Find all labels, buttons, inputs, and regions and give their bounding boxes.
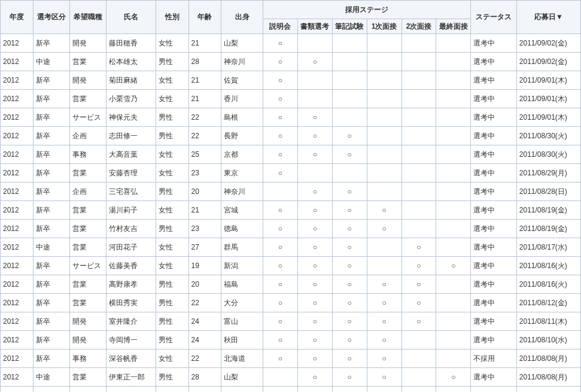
table-row[interactable]: 2012新卒営業竹村友吉男性23徳島○○○○選考中2011/08/19(金) bbox=[1, 220, 581, 238]
cell-type: 新卒 bbox=[33, 145, 69, 164]
cell-gender: 男性 bbox=[156, 53, 188, 71]
header-stage-0[interactable]: 説明会 bbox=[263, 19, 298, 34]
cell-type: 新卒 bbox=[33, 34, 69, 53]
cell-stage-4 bbox=[401, 145, 436, 164]
cell-age: 22 bbox=[188, 350, 221, 368]
cell-stage-3 bbox=[367, 53, 401, 71]
cell-year: 2012 bbox=[1, 387, 34, 393]
cell-origin: 島根 bbox=[221, 108, 263, 127]
header-year[interactable]: 年度 bbox=[1, 1, 34, 34]
table-row[interactable]: 2012中途営業伊東正一郎男性28山梨○○○○選考中2011/08/08(月) bbox=[1, 368, 581, 387]
cell-stage-2: ○ bbox=[332, 201, 367, 220]
cell-name: 三宅喜弘 bbox=[106, 183, 156, 201]
cell-job: 営業 bbox=[69, 201, 106, 220]
table-header: 年度 選考区分 希望職種 氏名 性別 年齢 出身 採用ステージ ステータス 応募… bbox=[1, 1, 581, 34]
cell-stage-2: ○ bbox=[332, 387, 367, 393]
cell-stage-2: ○ bbox=[332, 257, 367, 275]
cell-age: 22 bbox=[188, 294, 221, 312]
cell-stage-3: ○ bbox=[367, 201, 401, 220]
table-row[interactable]: 2012中途営業河田花子女性27群馬○○○○選考中2011/08/17(水) bbox=[1, 238, 581, 257]
header-type[interactable]: 選考区分 bbox=[33, 1, 69, 34]
table-row[interactable]: 2012新卒開発寺岡博一男性24秋田○○○○選考中2011/08/10(水) bbox=[1, 331, 581, 350]
cell-stage-4 bbox=[401, 53, 436, 71]
cell-stage-5 bbox=[436, 34, 471, 53]
table-row[interactable]: 2012新卒開発菊田麻緒女性21佐賀○選考中2011/09/01(木) bbox=[1, 71, 581, 90]
cell-type: 中途 bbox=[33, 368, 69, 387]
cell-type: 新卒 bbox=[33, 90, 69, 108]
cell-gender: 男性 bbox=[156, 183, 188, 201]
header-age[interactable]: 年齢 bbox=[188, 1, 221, 34]
cell-type: 新卒 bbox=[33, 257, 69, 275]
cell-job: 開発 bbox=[69, 34, 106, 53]
cell-origin: 佐賀 bbox=[221, 71, 263, 90]
table-row[interactable]: 2012新卒営業安藤杏理女性23東京○選考中2011/08/29(月) bbox=[1, 164, 581, 183]
table-row[interactable]: 2012新卒企画志田修一男性22長野○○○選考中2011/08/30(火) bbox=[1, 127, 581, 145]
table-row[interactable]: 2012新卒事務大高音葉女性25京都○○○選考中2011/08/30(火) bbox=[1, 145, 581, 164]
table-row[interactable]: 2012新卒サービス神保元夫男性22島根○○選考中2011/09/01(木) bbox=[1, 108, 581, 127]
cell-stage-5 bbox=[436, 238, 471, 257]
table-row[interactable]: 2012新卒営業坂本太郎男性21奈良○○○○選考中2011/08/03(水) bbox=[1, 387, 581, 393]
header-stage-3[interactable]: 1次面接 bbox=[367, 19, 401, 34]
cell-stage-0: ○ bbox=[263, 108, 298, 127]
cell-age: 19 bbox=[188, 257, 221, 275]
cell-stage-5: ○ bbox=[436, 257, 471, 275]
header-date[interactable]: 応募日▼ bbox=[516, 1, 580, 34]
cell-stage-0: ○ bbox=[263, 145, 298, 164]
table-row[interactable]: 2012新卒営業小栗雪乃女性21香川○選考中2011/09/01(木) bbox=[1, 90, 581, 108]
cell-status: 選考中 bbox=[471, 34, 516, 53]
cell-job: 営業 bbox=[69, 220, 106, 238]
cell-stage-4 bbox=[401, 164, 436, 183]
cell-age: 21 bbox=[188, 387, 221, 393]
cell-status: 選考中 bbox=[471, 387, 516, 393]
table-row[interactable]: 2012新卒企画三宅喜弘男性20神奈川○○選考中2011/08/28(日) bbox=[1, 183, 581, 201]
cell-stage-0: ○ bbox=[263, 53, 298, 71]
cell-stage-3: ○ bbox=[367, 387, 401, 393]
header-origin[interactable]: 出身 bbox=[221, 1, 263, 34]
table-row[interactable]: 2012新卒営業湯川莉子女性21宮城○○○○選考中2011/08/19(金) bbox=[1, 201, 581, 220]
table-row[interactable]: 2012新卒開発室井隆介男性24富山○○○○○選考中2011/08/11(木) bbox=[1, 312, 581, 331]
cell-date: 2011/09/02(金) bbox=[516, 53, 580, 71]
cell-stage-0: ○ bbox=[263, 164, 298, 183]
header-status[interactable]: ステータス bbox=[471, 1, 516, 34]
cell-age: 28 bbox=[188, 53, 221, 71]
header-stage-1[interactable]: 書類選考 bbox=[297, 19, 332, 34]
table-row[interactable]: 2012新卒営業横田秀実男性22大分○○○○○選考中2011/08/12(金) bbox=[1, 294, 581, 312]
cell-origin: 新潟 bbox=[221, 257, 263, 275]
cell-stage-3: ○ bbox=[367, 275, 401, 294]
cell-date: 2011/08/28(日) bbox=[516, 183, 580, 201]
table-row[interactable]: 2012新卒サービス佐藤美香女性19新潟○○○○○選考中2011/08/16(火… bbox=[1, 257, 581, 275]
cell-stage-3 bbox=[367, 71, 401, 90]
cell-date: 2011/08/29(月) bbox=[516, 164, 580, 183]
table-row[interactable]: 2012中途営業松本雄太男性28神奈川○○選考中2011/09/02(金) bbox=[1, 53, 581, 71]
cell-stage-0: ○ bbox=[263, 331, 298, 350]
cell-year: 2012 bbox=[1, 108, 34, 127]
cell-stage-0 bbox=[263, 368, 298, 387]
cell-job: 営業 bbox=[69, 53, 106, 71]
header-stage-4[interactable]: 2次面接 bbox=[401, 19, 436, 34]
cell-stage-5 bbox=[436, 53, 471, 71]
table-row[interactable]: 2012新卒開発藤田穂香女性21山梨○選考中2011/09/02(金) bbox=[1, 34, 581, 53]
cell-stage-2: ○ bbox=[332, 238, 367, 257]
cell-year: 2012 bbox=[1, 312, 34, 331]
cell-name: 河田花子 bbox=[106, 238, 156, 257]
cell-date: 2011/09/02(金) bbox=[516, 34, 580, 53]
table-row[interactable]: 2012新卒営業高野康孝男性20福島○○○○○選考中2011/08/16(火) bbox=[1, 275, 581, 294]
header-stage-2[interactable]: 筆記試験 bbox=[332, 19, 367, 34]
header-name[interactable]: 氏名 bbox=[106, 1, 156, 34]
cell-age: 23 bbox=[188, 220, 221, 238]
cell-status: 選考中 bbox=[471, 108, 516, 127]
cell-age: 24 bbox=[188, 331, 221, 350]
cell-stage-1: ○ bbox=[297, 257, 332, 275]
cell-name: 安藤杏理 bbox=[106, 164, 156, 183]
cell-name: 湯川莉子 bbox=[106, 201, 156, 220]
cell-type: 新卒 bbox=[33, 71, 69, 90]
header-stage-5[interactable]: 最終面接 bbox=[436, 19, 471, 34]
header-job[interactable]: 希望職種 bbox=[69, 1, 106, 34]
cell-job: 企画 bbox=[69, 183, 106, 201]
header-gender[interactable]: 性別 bbox=[156, 1, 188, 34]
cell-origin: 山梨 bbox=[221, 34, 263, 53]
table-row[interactable]: 2012新卒事務深谷帆香女性22北海道○○○○不採用2011/08/08(月) bbox=[1, 350, 581, 368]
cell-stage-5 bbox=[436, 127, 471, 145]
cell-date: 2011/08/03(水) bbox=[516, 387, 580, 393]
cell-name: 室井隆介 bbox=[106, 312, 156, 331]
